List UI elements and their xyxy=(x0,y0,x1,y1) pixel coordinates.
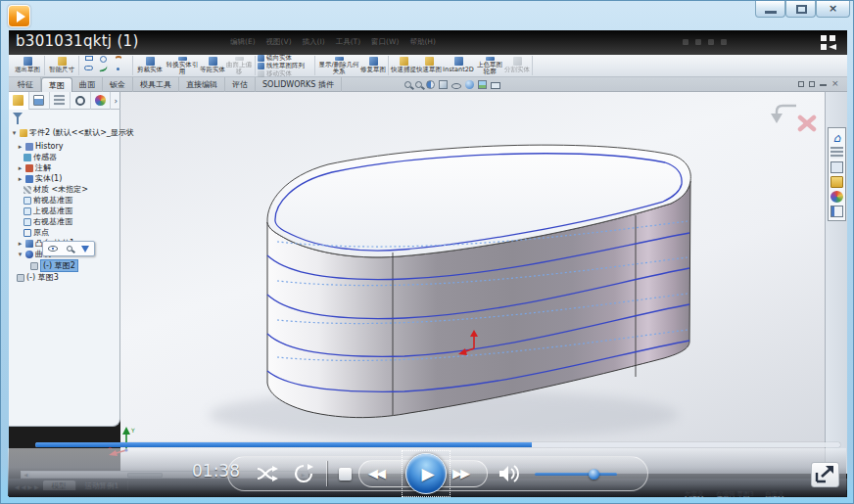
confirmation-corner[interactable] xyxy=(771,106,814,129)
stop-button[interactable] xyxy=(339,468,352,481)
model-viewport[interactable] xyxy=(120,92,828,474)
hide-show-items-icon[interactable] xyxy=(451,83,461,89)
tree-item-top-plane[interactable]: 上视基准面 xyxy=(24,206,72,216)
normal-to-icon[interactable] xyxy=(81,246,89,252)
rapid-sketch-button[interactable]: 快速草图 xyxy=(416,56,442,75)
home-icon[interactable]: ⌂ xyxy=(830,132,843,144)
circle-icon[interactable] xyxy=(100,56,107,63)
origin-icon xyxy=(24,229,31,237)
titlebar[interactable]: × xyxy=(1,1,854,30)
volume-slider[interactable] xyxy=(535,473,617,476)
file-explorer-icon[interactable] xyxy=(830,176,843,188)
tree-item-sketch2[interactable]: (-) 草图2 xyxy=(30,260,78,271)
window-close-button[interactable]: × xyxy=(816,1,850,18)
boss-extrude-icon xyxy=(25,240,33,248)
mirror-entities-button[interactable]: 镜向实体 xyxy=(258,55,312,62)
shaded-contours-button[interactable]: 上色草图轮廓 xyxy=(475,56,504,75)
fullscreen-button[interactable] xyxy=(811,462,839,487)
tree-item-sensors[interactable]: 传感器 xyxy=(24,152,57,162)
tab-sheet-metal[interactable]: 钣金 xyxy=(103,77,133,92)
edit-appearance-icon[interactable] xyxy=(465,80,474,89)
tab-sketch[interactable]: 草图 xyxy=(41,77,72,92)
tree-item-history[interactable]: ▸History xyxy=(17,141,63,152)
configuration-tab[interactable] xyxy=(50,92,71,110)
custom-properties-icon[interactable] xyxy=(830,206,843,217)
tab-solidworks-addins[interactable]: SOLIDWORKS 插件 xyxy=(256,77,342,92)
quick-snaps-icon xyxy=(400,57,408,66)
cancel-sketch-icon[interactable] xyxy=(800,117,814,129)
tree-item-annotations[interactable]: ▸注解 xyxy=(17,162,51,173)
slot-icon[interactable] xyxy=(84,66,93,70)
dimxpert-tab[interactable] xyxy=(71,92,91,110)
part-icon xyxy=(20,129,27,137)
tree-item-origin[interactable]: 原点 xyxy=(24,227,49,238)
hide-show-icon[interactable] xyxy=(48,246,58,252)
apply-scene-icon[interactable] xyxy=(478,80,487,89)
video-restore-icon[interactable] xyxy=(821,35,842,52)
menu-tools: 工具(T) xyxy=(336,37,360,47)
design-library-icon[interactable] xyxy=(830,161,843,173)
quick-snaps-button[interactable]: 快速捕捉 xyxy=(391,56,416,75)
zoom-to-selection-icon[interactable] xyxy=(67,246,72,252)
trim-entities-button[interactable]: 剪裁实体 xyxy=(135,56,165,75)
volume-knob[interactable] xyxy=(589,469,599,480)
zoom-fit-icon[interactable] xyxy=(404,81,411,88)
smart-dimension-button[interactable]: 智能尺寸 xyxy=(47,56,76,75)
plane-icon xyxy=(24,207,31,215)
zoom-area-icon[interactable] xyxy=(415,81,422,88)
instant2d-button[interactable]: Instant2D xyxy=(442,56,475,75)
volume-button[interactable] xyxy=(498,464,523,483)
sketch-entities-cluster[interactable] xyxy=(81,56,130,75)
tree-item-front-plane[interactable]: 前视基准面 xyxy=(24,195,72,206)
rectangle-icon[interactable] xyxy=(85,56,93,61)
doc-close-icon[interactable]: × xyxy=(831,79,839,88)
doc-restore-icon[interactable] xyxy=(798,81,804,87)
context-toolbar xyxy=(42,241,95,256)
command-tabs-row: 特征 草图 曲面 钣金 模具工具 直接编辑 评估 SOLIDWORKS 插件 xyxy=(9,77,847,92)
fast-forward-button[interactable]: ▶▶ xyxy=(452,466,468,481)
video-content[interactable]: b301031qktj (1) 编辑(E) 视图(V) 插入(I) 工具(T) … xyxy=(9,30,847,497)
repair-sketch-button[interactable]: 修复草图 xyxy=(360,56,386,75)
doc-new-window-icon[interactable] xyxy=(809,81,815,87)
appearances-tab[interactable] xyxy=(91,92,112,110)
section-view-icon[interactable] xyxy=(426,80,435,89)
spline-icon[interactable] xyxy=(98,65,108,72)
view-orientation-icon[interactable] xyxy=(439,80,448,89)
linear-pattern-button[interactable]: 线性草图阵列 xyxy=(258,63,312,69)
arc-icon[interactable] xyxy=(115,56,122,64)
tab-direct-editing[interactable]: 直接编辑 xyxy=(179,77,225,92)
minimize-icon xyxy=(765,11,777,14)
tab-evaluate[interactable]: 评估 xyxy=(225,77,256,92)
doc-minimize-icon[interactable] xyxy=(820,84,827,86)
convert-entities-button[interactable]: 转换实体引用 xyxy=(165,56,200,75)
rewind-button[interactable]: ◀◀ xyxy=(368,466,384,481)
tree-item-right-plane[interactable]: 右视基准面 xyxy=(24,216,72,227)
tree-item-sketch3[interactable]: (-) 草图3 xyxy=(17,272,59,283)
appearances-scenes-icon[interactable] xyxy=(830,191,843,203)
tree-item-solid-bodies[interactable]: ▸实体(1) xyxy=(17,173,62,184)
featuremanager-tab[interactable] xyxy=(9,92,29,110)
point-icon[interactable] xyxy=(117,68,119,70)
window-maximize-button[interactable] xyxy=(785,1,816,18)
tab-mold-tools[interactable]: 模具工具 xyxy=(133,77,179,92)
panel-overflow-chevron[interactable]: › xyxy=(111,96,120,106)
offset-entities-button[interactable]: 等距实体 xyxy=(200,56,225,75)
move-entities-button: 移动实体 xyxy=(258,70,312,77)
play-button[interactable]: ▶ xyxy=(405,453,447,494)
window-minimize-button[interactable] xyxy=(755,1,785,18)
propertymanager-tab[interactable] xyxy=(29,92,50,110)
tab-features[interactable]: 特征 xyxy=(11,77,41,92)
repeat-button[interactable] xyxy=(293,464,314,483)
tree-root-part[interactable]: ▾ 零件2 (默认<<默认>_显示状 xyxy=(11,127,134,138)
tree-item-material[interactable]: 材质 <未指定> xyxy=(24,184,88,195)
view-settings-icon[interactable] xyxy=(491,82,500,89)
display-delete-relations-button[interactable]: 显示/删除几何关系 xyxy=(317,56,360,75)
tab-surfaces[interactable]: 曲面 xyxy=(72,77,103,92)
seek-bar[interactable] xyxy=(35,442,840,447)
configuration-icon xyxy=(54,95,65,106)
exit-sketch-button[interactable]: 退出草图 xyxy=(13,56,42,75)
appearances-icon xyxy=(95,95,106,106)
shuffle-button[interactable] xyxy=(257,465,280,482)
resources-icon[interactable] xyxy=(830,147,843,159)
filter-funnel-icon[interactable] xyxy=(13,113,23,118)
